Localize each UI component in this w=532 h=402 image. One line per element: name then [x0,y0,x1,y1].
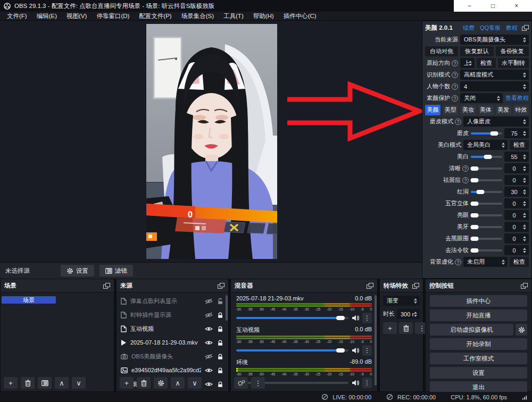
slider-value-spinbox[interactable]: 0 [504,163,529,173]
tutorial-link[interactable]: 教程 [506,24,518,32]
transition-select[interactable]: 渐变 [383,296,420,306]
menu-scene-collection[interactable]: 场景集合(S) [177,12,219,20]
help-icon[interactable]: ? [452,83,458,90]
restore-defaults-button[interactable]: 恢复默认 [460,46,493,56]
minimize-button[interactable]: − [461,2,477,10]
scene-item-selected[interactable]: 场景 [2,296,56,304]
source-properties-button[interactable] [154,377,168,389]
help-icon[interactable]: ? [452,95,458,102]
spinner-arrows-icon[interactable] [414,312,417,317]
menu-docks[interactable]: 停靠窗口(D) [92,12,134,20]
popout-icon[interactable] [103,283,110,289]
lock-icon[interactable] [217,339,224,346]
speaker-icon[interactable] [352,347,359,354]
popout-icon[interactable] [218,283,225,289]
start-streaming-button[interactable]: 开始直播 [430,309,527,321]
start-recording-button[interactable]: 开始录制 [430,338,527,350]
advanced-audio-button[interactable] [234,377,248,389]
tab-effects[interactable]: 特效 [513,105,529,115]
slider-clarity[interactable] [471,168,502,170]
volume-slider[interactable] [236,349,348,351]
remove-scene-button[interactable] [21,377,35,389]
menu-file[interactable]: 文件(F) [2,12,32,20]
renew-link[interactable]: 续费 [463,24,475,32]
lock-icon[interactable] [217,312,224,319]
slider-value-spinbox[interactable]: 0 [504,222,529,232]
whitening-mode-select[interactable]: 全局美白 [463,140,508,150]
duration-spinbox[interactable]: 300 ms [397,309,420,319]
tab-body[interactable]: 美体 [478,105,494,115]
help-icon[interactable]: ? [462,165,469,172]
slider-contour[interactable] [471,203,502,205]
slider-value-spinbox[interactable]: 0 [504,175,529,185]
tab-makeup[interactable]: 美妆 [460,105,476,115]
slider-bright-eyes[interactable] [471,214,502,216]
plugin-center-button[interactable]: 插件中心 [430,295,527,307]
speaker-icon[interactable] [352,315,359,321]
help-icon[interactable]: ? [462,177,469,183]
smoothing-mode-select[interactable]: 人像磨皮 [463,116,529,127]
speaker-icon[interactable] [352,380,359,386]
background-blur-select[interactable]: 未启用 [463,257,508,267]
qq-support-link[interactable]: QQ客服 [480,24,501,32]
slider-value-spinbox[interactable]: 0 [504,198,529,208]
remove-source-button[interactable] [137,377,151,389]
source-move-up-button[interactable]: ∧ [171,377,185,389]
tab-hair[interactable]: 美发 [496,105,511,115]
slider-whiten[interactable] [471,156,502,158]
menu-view[interactable]: 视图(V) [62,12,92,20]
menu-edit[interactable]: 编辑(E) [32,12,62,20]
eye-slash-icon[interactable] [205,298,213,304]
help-icon[interactable]: ? [452,60,458,66]
slider-value-spinbox[interactable]: 0 [504,210,529,220]
slider-blemish[interactable] [471,179,502,181]
slider-smooth[interactable] [471,132,502,135]
source-settings-button[interactable]: 设置 [61,265,94,277]
eye-slash-icon[interactable] [205,354,213,359]
lock-icon[interactable] [217,381,224,388]
menu-help[interactable]: 帮助(H) [248,12,279,20]
source-row[interactable]: e394502df49aa5fc2a99cd2e7c [117,363,228,377]
eye-slash-icon[interactable] [205,312,213,318]
popout-icon[interactable] [412,283,419,289]
recognition-mode-select[interactable]: 高精度模式 [460,70,529,80]
mixer-menu-button[interactable]: ⋮ [251,377,265,389]
slider-value-spinbox[interactable]: 0 [504,245,529,255]
horizontal-flip-button[interactable]: 水平翻转 [498,58,529,68]
source-row[interactable]: 弹幕点歌列表显示 [117,294,228,308]
current-source-select[interactable]: OBS美颜摄像头 [460,35,529,45]
spinner-arrows-icon[interactable] [523,84,526,89]
scene-move-up-button[interactable]: ∧ [55,377,69,389]
view-tutorial-link[interactable]: 查看教程 [505,94,529,102]
help-icon[interactable]: ? [455,259,461,265]
eye-icon[interactable] [205,381,213,387]
start-virtual-camera-button[interactable]: 启动虚拟摄像机 [430,324,513,336]
channel-menu-button[interactable]: ⋮ [362,313,372,323]
add-source-button[interactable]: + [120,377,134,389]
close-button[interactable]: × [509,2,525,10]
source-filters-button[interactable]: 滤镜 [99,265,133,277]
source-row[interactable]: 2025-07-18 21-29-03.mkv [117,336,228,349]
virtual-camera-config-button[interactable] [516,324,527,336]
source-row[interactable]: 时钟插件显示源 [117,308,228,322]
maximize-button[interactable]: □ [485,2,501,10]
add-scene-button[interactable]: + [4,377,18,389]
preview-canvas[interactable]: 0 [0,21,422,262]
backup-restore-button[interactable]: 备份恢复 [496,46,529,56]
menu-tools[interactable]: 工具(T) [219,12,248,20]
eye-icon[interactable] [205,326,213,332]
volume-slider[interactable] [236,317,348,319]
eye-icon[interactable] [205,367,213,373]
popout-icon[interactable] [367,283,373,289]
source-row[interactable]: 互动视频 [117,322,228,336]
exit-button[interactable]: 退出 [430,381,527,393]
whitening-check-button[interactable]: 检查 [510,140,529,150]
orientation-select[interactable]: 上 [460,58,475,68]
preview-video[interactable]: 0 [146,24,277,259]
slider-dark-circles[interactable] [471,238,502,240]
studio-mode-button[interactable]: 工作室模式 [430,353,527,364]
source-row[interactable]: OBS美颜摄像头 [117,349,228,363]
mixer-scrollbar[interactable] [375,295,377,386]
slider-value-spinbox[interactable]: 75 [504,128,529,138]
eye-icon[interactable] [205,340,213,346]
